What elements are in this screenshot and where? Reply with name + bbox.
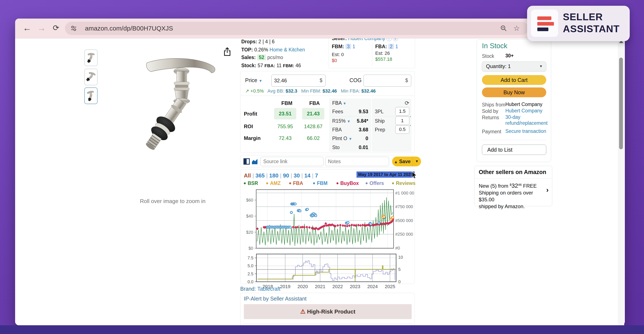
cost-inputs-box: ⟳ 3PL Ship * Prep *: [372, 99, 412, 152]
svg-text:#250 000: #250 000: [395, 232, 413, 237]
buy-now-button[interactable]: Buy Now: [482, 87, 546, 97]
browser-window: Roll over image to zoom in Drops: 2 | 4 …: [15, 19, 625, 325]
add-to-cart-button[interactable]: Add to Cart: [482, 75, 546, 85]
col-fbm: FBM: [280, 100, 293, 106]
range-30[interactable]: 30: [294, 172, 300, 179]
logo-bar-red-2: [537, 22, 554, 26]
add-to-list-button[interactable]: Add to List: [482, 145, 546, 155]
svg-text:7.5: 7.5: [248, 256, 254, 260]
cog-label: COG: [350, 77, 362, 83]
offers-reviews-chart[interactable]: 0.02.55.07.50510201820192020202120222023…: [240, 252, 414, 289]
ip-card-separator: [243, 323, 412, 324]
category-link[interactable]: Home & Kitchen: [270, 47, 305, 53]
stat-stock: Stock: 57 FBA: 11 FBM: 46: [241, 63, 301, 68]
ship-input[interactable]: [395, 116, 409, 125]
row-profit-label: Profit: [244, 111, 257, 117]
legend-offers[interactable]: Offers: [366, 181, 384, 186]
quantity-select[interactable]: Quantity: 1 ▼: [482, 61, 546, 71]
col-fba: FBA: [308, 100, 321, 106]
chevron-down-icon: ▼: [539, 62, 543, 71]
range-90[interactable]: 90: [283, 172, 289, 179]
chevron-down-icon: ▼: [343, 101, 346, 106]
fee-row: Sto0.01: [332, 145, 368, 150]
legend-reviews[interactable]: Reviews: [392, 181, 416, 186]
save-options-chevron[interactable]: ▼: [412, 156, 421, 166]
brand-line: Brand: Tablecraft: [240, 286, 280, 292]
placement-dropdown[interactable]: Plmt O ▼: [332, 136, 352, 141]
buybox-divider: [481, 140, 547, 140]
brand-link[interactable]: Tablecraft: [257, 286, 280, 292]
legend-fbm[interactable]: FBM: [313, 181, 328, 186]
referral-dropdown[interactable]: R15% ▼: [332, 118, 350, 124]
site-settings-icon[interactable]: [70, 25, 77, 32]
stat-sales: Sales: 52 pcs/mo: [241, 55, 283, 60]
ip-alert-title: IP-Alert by Seller Assistant: [244, 296, 307, 302]
roll-over-hint: Roll over image to zoom in: [117, 198, 228, 205]
ships-from-label: Ships from: [482, 102, 505, 108]
chevron-right-icon[interactable]: ›: [546, 186, 548, 194]
notes-input[interactable]: [325, 157, 389, 166]
cog-currency: $: [405, 78, 408, 83]
payment-link[interactable]: Secure transaction: [505, 128, 546, 134]
scrollbar-thumb[interactable]: [619, 58, 623, 149]
high-risk-banner[interactable]: ⚠ High-Risk Product: [244, 304, 412, 319]
address-bar[interactable]: amazon.com/dp/B00H7UQXJS ☆: [65, 22, 528, 35]
cog-input[interactable]: [364, 75, 411, 87]
source-link-input[interactable]: [260, 157, 324, 166]
buy-box: In Stock Stock 30+ Quantity: 1 ▼ Add to …: [476, 40, 551, 162]
margin-fbm-value: 72.43: [274, 135, 296, 141]
range-365[interactable]: 365: [255, 172, 264, 179]
price-input[interactable]: [271, 75, 326, 87]
returns-link-1[interactable]: 30-day: [505, 114, 520, 120]
range-all[interactable]: All: [244, 172, 251, 179]
threepl-input[interactable]: [395, 107, 409, 116]
range-7[interactable]: 7: [315, 172, 318, 179]
legend-buybox[interactable]: BuyBox: [336, 181, 359, 186]
warning-icon: ⚠: [300, 308, 306, 315]
price-history-chart[interactable]: #0#250 000#500 000#750 000#1 000 000$0$2…: [240, 188, 414, 251]
trend-up-icon: ↗: [245, 88, 249, 94]
panel-toggle-icon[interactable]: [244, 158, 250, 165]
svg-text:#500 000: #500 000: [395, 218, 413, 223]
product-thumbnail-2[interactable]: [84, 69, 98, 85]
price-hints: ↗ +0.5% Avg BB: $32.3 Min FBM: $32.46 Mi…: [245, 88, 376, 94]
range-14[interactable]: 14: [304, 172, 310, 179]
legend-bsr[interactable]: BSR: [244, 181, 258, 186]
save-button[interactable]: ▲ Save: [392, 156, 412, 166]
range-180[interactable]: 180: [269, 172, 278, 179]
forward-button[interactable]: →: [36, 22, 48, 35]
chart-icon[interactable]: [252, 158, 258, 165]
svg-text:$60: $60: [246, 198, 253, 202]
refresh-icon[interactable]: ⟳: [405, 100, 409, 106]
reload-button[interactable]: ⟳: [50, 22, 62, 35]
fee-mode-dropdown[interactable]: FBA ▼: [332, 100, 346, 106]
product-main-image[interactable]: [115, 46, 226, 174]
bookmark-star-icon[interactable]: ☆: [514, 24, 520, 32]
logo-bar-red-1: [537, 17, 551, 20]
seller-assistant-logo[interactable]: SELLER ASSISTANT: [527, 6, 630, 41]
share-icon[interactable]: [223, 47, 232, 56]
date-range-selected-text[interactable]: May 19 2017 to Apr 11 2025: [356, 172, 415, 178]
cost-separator: [374, 116, 409, 116]
other-sellers-title: Other sellers on Amazon: [479, 169, 546, 176]
sold-by-link[interactable]: Hubert Company: [505, 108, 542, 114]
price-dropdown[interactable]: Price ▼: [245, 77, 262, 83]
other-sellers-offer-link[interactable]: New (5) from $3246 FREE Shipping on orde…: [479, 181, 543, 210]
buybox-dot-icon: [336, 182, 338, 184]
legend-amz[interactable]: AMZ: [266, 181, 281, 186]
ships-from-value: Hubert Company: [505, 101, 542, 107]
fee-row: Plmt O ▼0: [332, 136, 368, 141]
reviews-dot-icon: [392, 182, 394, 184]
prep-input[interactable]: [395, 125, 409, 134]
amz-dot-icon: [266, 182, 268, 184]
legend-fba[interactable]: FBA: [289, 181, 303, 186]
fbm-dot-icon: [313, 182, 315, 184]
zoom-out-icon[interactable]: [500, 25, 507, 32]
profit-fbm-value: 23.51: [274, 108, 296, 119]
back-button[interactable]: ←: [21, 22, 33, 35]
seller-box-divider: [372, 43, 372, 66]
product-thumbnail-3-selected[interactable]: [84, 87, 98, 104]
returns-link-2[interactable]: refund/replacement: [505, 120, 548, 126]
svg-text:10: 10: [398, 255, 403, 260]
product-thumbnail-1[interactable]: [84, 50, 98, 66]
